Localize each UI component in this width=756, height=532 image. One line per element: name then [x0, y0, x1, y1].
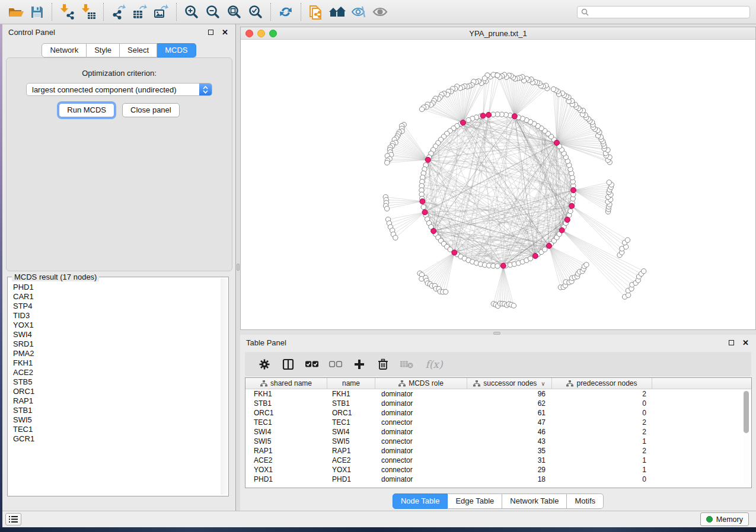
table-row[interactable]: YOX1YOX1connector291: [245, 465, 751, 475]
mcds-result-item[interactable]: SWI4: [13, 330, 228, 339]
mcds-result-list: PHD1CAR1STP4TID3YOX1SWI4SRD1PMA2FKH1ACE2…: [8, 277, 228, 444]
node-table-scrollbar[interactable]: [743, 390, 749, 485]
cell-MCDS-role: dominator: [375, 399, 467, 408]
save-session-icon[interactable]: [26, 2, 47, 21]
home-icon[interactable]: [327, 2, 348, 21]
cell-shared-name: SWI5: [245, 437, 327, 446]
open-session-icon[interactable]: [5, 2, 26, 21]
mcds-result-item[interactable]: TID3: [13, 311, 228, 321]
export-image-icon[interactable]: [151, 2, 172, 21]
column-header-MCDS-role[interactable]: MCDS role: [375, 378, 467, 389]
cell-MCDS-role: dominator: [375, 447, 467, 455]
zoom-out-icon[interactable]: [202, 2, 224, 21]
network-file-icon[interactable]: [305, 2, 327, 21]
cell-predecessor-nodes: 0: [552, 409, 652, 417]
mcds-result-scrollbar[interactable]: [221, 278, 228, 495]
table-row[interactable]: RAP1RAP1dominator352: [245, 446, 751, 456]
cell-shared-name: RAP1: [245, 447, 327, 455]
optimization-criterion-dropdown[interactable]: largest connected component (undirected): [26, 83, 212, 96]
mcds-result-item[interactable]: PMA2: [13, 349, 228, 358]
select-all-rows-icon[interactable]: [305, 358, 318, 371]
import-table-icon[interactable]: [78, 2, 99, 21]
panel-split-divider[interactable]: [236, 24, 240, 511]
task-history-button[interactable]: [5, 513, 21, 525]
float-table-panel-icon[interactable]: [729, 340, 734, 345]
mcds-result-item[interactable]: TEC1: [13, 425, 228, 434]
memory-button[interactable]: Memory: [700, 512, 749, 526]
tab-node-table[interactable]: Node Table: [393, 493, 448, 509]
vizmapper-eye-icon[interactable]: [348, 2, 369, 21]
mcds-result-item[interactable]: ACE2: [13, 368, 228, 377]
export-table-icon[interactable]: [129, 2, 151, 21]
tab-motifs[interactable]: Motifs: [567, 493, 604, 509]
mcds-result-item[interactable]: FKH1: [13, 358, 228, 368]
table-row[interactable]: SWI4SWI4dominator462: [245, 427, 751, 437]
desktop-background-left: [0, 24, 2, 527]
search-box[interactable]: [577, 6, 750, 18]
show-graphics-eye-icon[interactable]: [369, 2, 391, 21]
refresh-icon[interactable]: [275, 2, 296, 21]
mcds-result-item[interactable]: GCR1: [13, 434, 228, 444]
maximize-traffic-light[interactable]: [269, 30, 277, 37]
optimization-criterion-label: Optimization criterion:: [7, 69, 232, 78]
close-table-panel-icon[interactable]: ✕: [742, 339, 749, 347]
zoom-fit-icon[interactable]: [224, 2, 245, 21]
cytoscape-window: Control Panel ✕ NetworkStyleSelectMCDS O…: [0, 0, 756, 527]
toolbar-separator: [52, 3, 52, 21]
close-traffic-light[interactable]: [245, 30, 253, 37]
close-panel-button[interactable]: Close panel: [122, 103, 180, 117]
mcds-result-item[interactable]: STB5: [13, 377, 228, 387]
search-input[interactable]: [591, 8, 746, 16]
column-header-name[interactable]: name: [327, 378, 375, 389]
mcds-result-item[interactable]: PHD1: [13, 283, 228, 292]
mcds-result-item[interactable]: STP4: [13, 302, 228, 311]
network-canvas[interactable]: [241, 40, 755, 329]
table-row[interactable]: SWI5SWI5connector431: [245, 437, 751, 446]
cell-predecessor-nodes: 1: [552, 456, 652, 464]
minimize-traffic-light[interactable]: [257, 30, 265, 37]
mcds-result-item[interactable]: ORC1: [13, 387, 228, 396]
cell-predecessor-nodes: 0: [552, 475, 652, 483]
cell-shared-name: SWI4: [245, 428, 327, 436]
mcds-result-item[interactable]: STB1: [13, 406, 228, 415]
column-header-shared-name[interactable]: shared name: [245, 378, 327, 389]
import-network-icon[interactable]: [56, 2, 78, 21]
deselect-all-rows-icon[interactable]: [329, 358, 342, 371]
table-column-icon: [566, 380, 573, 387]
table-row[interactable]: FKH1FKH1dominator962: [245, 389, 751, 399]
tab-network[interactable]: Network: [42, 43, 87, 57]
table-row[interactable]: ACE2ACE2connector311: [245, 456, 751, 465]
zoom-in-icon[interactable]: [181, 2, 202, 21]
close-panel-icon[interactable]: ✕: [222, 28, 228, 36]
table-settings-gear-icon[interactable]: [258, 358, 271, 371]
mcds-result-item[interactable]: CAR1: [13, 292, 228, 302]
column-header-successor-nodes[interactable]: successor nodes∨: [467, 378, 552, 389]
mcds-result-item[interactable]: RAP1: [13, 396, 228, 406]
mcds-result-item[interactable]: SRD1: [13, 339, 228, 349]
cell-predecessor-nodes: 1: [552, 466, 652, 474]
zoom-selected-icon[interactable]: [245, 2, 266, 21]
table-row[interactable]: PHD1PHD1dominator180: [245, 475, 751, 484]
tab-network-table[interactable]: Network Table: [502, 493, 567, 509]
mcds-result-item[interactable]: SWI5: [13, 415, 228, 425]
table-row[interactable]: TEC1TEC1connector472: [245, 418, 751, 427]
tab-edge-table[interactable]: Edge Table: [448, 493, 502, 509]
delete-row-icon[interactable]: [377, 358, 390, 371]
show-column-icon[interactable]: [282, 358, 295, 371]
tab-style[interactable]: Style: [87, 43, 120, 57]
table-row[interactable]: STB1STB1dominator620: [245, 399, 751, 408]
tab-select[interactable]: Select: [120, 43, 157, 57]
cell-name: RAP1: [327, 447, 375, 455]
export-network-icon[interactable]: [108, 2, 129, 21]
table-column-icon: [473, 380, 480, 387]
run-mcds-button[interactable]: Run MCDS: [59, 103, 114, 117]
cell-name: TEC1: [327, 418, 375, 427]
tab-mcds[interactable]: MCDS: [157, 43, 196, 57]
mcds-result-item[interactable]: YOX1: [13, 321, 228, 330]
column-header-predecessor-nodes[interactable]: predecessor nodes: [552, 378, 652, 389]
add-row-icon[interactable]: [353, 358, 366, 371]
cell-name: STB1: [327, 399, 375, 408]
status-bar: Memory: [0, 511, 756, 527]
table-row[interactable]: ORC1ORC1dominator610: [245, 408, 751, 418]
float-panel-icon[interactable]: [208, 30, 213, 35]
